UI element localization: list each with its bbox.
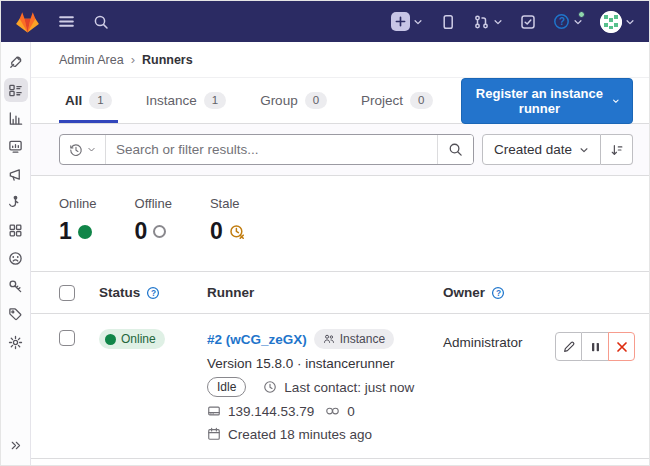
stat-online: Online 1 [59, 196, 97, 245]
tabs-row: All 1 Instance 1 Group 0 Project 0 [31, 78, 649, 124]
user-menu[interactable] [600, 11, 635, 33]
tab-group[interactable]: Group 0 [254, 78, 333, 123]
register-button-label: Register an instance runner [474, 86, 606, 116]
chevron-down-icon [612, 96, 620, 106]
sidebar-item-messages[interactable] [4, 162, 28, 186]
chevron-down-icon [87, 145, 96, 154]
register-instance-runner-button[interactable]: Register an instance runner [461, 78, 634, 124]
runners-table-header: Status ? Runner Owner ? [31, 271, 649, 314]
calendar-icon [207, 427, 221, 441]
applications-grid-icon [8, 223, 23, 238]
label-tag-icon [8, 307, 23, 322]
last-contact-text: Last contact: just now [284, 380, 414, 395]
pause-runner-button[interactable] [582, 332, 609, 361]
breadcrumb-admin-area[interactable]: Admin Area [59, 53, 124, 67]
plus-icon [391, 12, 410, 31]
runner-type-label: Instance [340, 333, 385, 345]
owner-help-icon[interactable]: ? [491, 286, 505, 300]
search-icon[interactable] [93, 14, 109, 30]
status-badge: Online [99, 329, 165, 349]
tab-count-badge: 0 [305, 92, 327, 110]
hook-icon [8, 195, 23, 210]
merge-request-icon [473, 14, 490, 30]
sidebar-item-system-hooks[interactable] [4, 190, 28, 214]
chevron-down-icon [413, 17, 423, 27]
row-checkbox[interactable] [59, 330, 75, 346]
select-all-checkbox[interactable] [59, 285, 75, 301]
new-item-dropdown[interactable] [391, 12, 423, 31]
tab-instance[interactable]: Instance 1 [140, 78, 232, 123]
delete-runner-button[interactable] [608, 332, 635, 361]
stat-online-value: 1 [59, 218, 72, 245]
sidebar-item-analytics[interactable] [4, 106, 28, 130]
sidebar-expand-button[interactable] [4, 433, 28, 457]
gear-icon [8, 335, 23, 350]
runner-status-stats: Online 1 Offline 0 Stale 0 [31, 176, 649, 271]
tab-project[interactable]: Project 0 [355, 78, 438, 123]
merge-requests-dropdown[interactable] [473, 14, 503, 30]
runner-type-tabs: All 1 Instance 1 Group 0 Project 0 [59, 78, 461, 123]
sidebar-item-applications[interactable] [4, 218, 28, 242]
tab-count-badge: 1 [89, 92, 111, 110]
gitlab-admin-runners-page: ? [0, 0, 650, 466]
filtered-search [59, 134, 474, 165]
sidebar-item-abuse-reports[interactable] [4, 246, 28, 270]
tab-all[interactable]: All 1 [59, 78, 118, 123]
runner-link[interactable]: #2 (wCG_zeGX) [207, 332, 307, 347]
tab-label: Group [260, 93, 298, 108]
sad-face-icon [8, 251, 23, 266]
stat-offline-value: 0 [135, 218, 148, 245]
runner-row: Online #2 (wCG_zeGX) I [31, 314, 649, 459]
dashboard-grid-icon [8, 83, 23, 98]
search-submit-button[interactable] [437, 135, 473, 164]
help-menu-dropdown[interactable]: ? [553, 13, 583, 30]
sidebar-item-settings[interactable] [4, 330, 28, 354]
sort-controls: Created date [482, 134, 633, 165]
chevron-down-icon [573, 17, 583, 27]
tab-label: Instance [146, 93, 197, 108]
edit-runner-button[interactable] [555, 332, 582, 361]
host-icon [207, 404, 221, 418]
jobs-count: 0 [347, 404, 355, 419]
help-icon: ? [553, 13, 570, 30]
hamburger-menu-icon[interactable] [58, 13, 75, 30]
double-chevron-right-icon [9, 439, 22, 452]
pause-icon [590, 341, 601, 353]
history-icon [69, 143, 83, 157]
admin-sidebar [1, 42, 31, 466]
runner-summary-cell: #2 (wCG_zeGX) Instance Version 15.8.0 · [207, 329, 431, 443]
column-owner: Owner [443, 285, 485, 300]
sort-descending-icon [610, 143, 624, 157]
monitor-icon [8, 139, 23, 154]
sidebar-item-deploy-keys[interactable] [4, 274, 28, 298]
search-input[interactable] [106, 135, 437, 164]
stat-offline-label: Offline [135, 196, 172, 211]
bar-chart-icon [8, 111, 23, 126]
issues-icon[interactable] [440, 14, 456, 30]
gitlab-logo[interactable] [15, 10, 40, 34]
top-navigation-bar: ? [1, 1, 649, 42]
sidebar-item-admin-overview[interactable] [4, 50, 28, 74]
svg-text:?: ? [496, 287, 501, 297]
column-status: Status [99, 285, 140, 300]
sidebar-item-monitoring[interactable] [4, 134, 28, 158]
sort-direction-button[interactable] [601, 134, 633, 165]
breadcrumb-current-runners: Runners [142, 53, 193, 67]
chevron-down-icon [579, 145, 589, 155]
created-ago-text: Created 18 minutes ago [228, 427, 372, 442]
idle-badge: Idle [207, 377, 246, 397]
key-icon [8, 279, 23, 294]
sidebar-item-overview-active[interactable] [4, 78, 28, 102]
close-x-icon [616, 341, 628, 353]
users-icon [323, 333, 335, 345]
sort-by-dropdown[interactable]: Created date [482, 134, 601, 165]
todo-list-icon[interactable] [520, 14, 536, 30]
avatar [600, 11, 622, 33]
owner-cell: Administrator [443, 329, 539, 350]
search-history-dropdown[interactable] [60, 135, 106, 164]
megaphone-icon [8, 167, 23, 182]
sidebar-item-labels[interactable] [4, 302, 28, 326]
online-dot-icon [105, 334, 116, 345]
status-badge-label: Online [121, 333, 156, 345]
status-help-icon[interactable]: ? [146, 286, 160, 300]
